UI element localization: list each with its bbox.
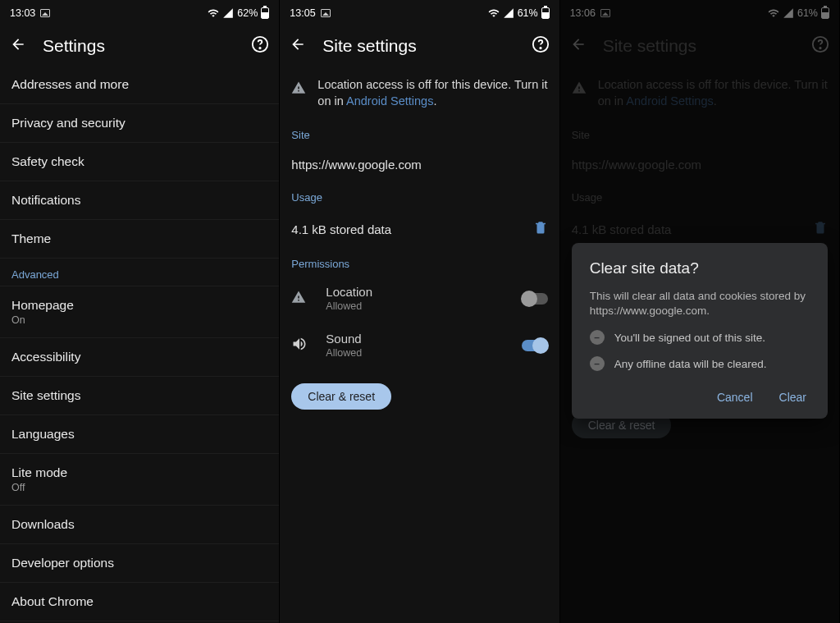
signal-icon — [503, 7, 514, 19]
battery-percent: 61% — [518, 7, 538, 19]
advanced-header: Advanced — [0, 259, 279, 286]
bullet-icon — [590, 356, 605, 371]
battery-icon — [261, 7, 269, 19]
warning-icon — [291, 290, 306, 305]
status-time: 13:05 — [290, 7, 315, 19]
row-label: Accessibility — [11, 350, 267, 364]
stored-data-text: 4.1 kB stored data — [291, 222, 391, 236]
row-label: Site settings — [11, 388, 267, 403]
signal-icon — [222, 7, 234, 19]
row-label: Privacy and security — [11, 116, 267, 131]
battery-percent: 62% — [237, 7, 258, 19]
help-button[interactable] — [251, 35, 269, 57]
picture-icon — [321, 9, 331, 17]
dialog-item-offline: Any offline data will be cleared. — [590, 356, 810, 371]
picture-icon — [40, 9, 50, 17]
back-button[interactable] — [290, 36, 306, 56]
row-label: Homepage — [11, 298, 267, 313]
dialog-item-text: You'll be signed out of this site. — [614, 332, 765, 344]
settings-row-site-settings[interactable]: Site settings — [0, 377, 279, 415]
permission-location-row: Location Allowed — [280, 275, 559, 322]
settings-row-notifications[interactable]: Notifications — [0, 181, 279, 220]
settings-row-privacy[interactable]: Privacy and security — [0, 104, 279, 143]
dialog-item-text: Any offline data will be cleared. — [614, 358, 767, 370]
screen-settings: 13:03 62% Settings Addresses and more Pr… — [0, 0, 280, 623]
permission-status: Allowed — [326, 347, 521, 359]
usage-header: Usage — [280, 183, 559, 208]
permission-sound-row: Sound Allowed — [280, 322, 559, 369]
delete-data-button[interactable] — [533, 220, 548, 238]
back-button[interactable] — [10, 36, 26, 56]
dialog-item-signout: You'll be signed out of this site. — [590, 330, 810, 345]
clear-site-data-dialog: Clear site data? This will clear all dat… — [572, 243, 828, 419]
help-icon — [251, 35, 269, 53]
bullet-icon — [590, 330, 605, 345]
page-title: Site settings — [322, 36, 531, 56]
settings-row-languages[interactable]: Languages — [0, 415, 279, 454]
settings-row-lite-mode[interactable]: Lite mode Off — [0, 454, 279, 506]
settings-row-downloads[interactable]: Downloads — [0, 506, 279, 544]
screen-clear-dialog: 13:06 61% Site settings Location access … — [560, 0, 840, 623]
row-label: About Chrome — [11, 594, 267, 609]
settings-row-homepage[interactable]: Homepage On — [0, 286, 279, 338]
row-label: Developer options — [11, 556, 267, 570]
trash-icon — [533, 220, 548, 235]
arrow-back-icon — [10, 36, 26, 53]
settings-row-developer-options[interactable]: Developer options — [0, 544, 279, 583]
permission-status: Allowed — [326, 300, 521, 312]
row-label: Notifications — [11, 193, 267, 208]
permission-name: Location — [326, 285, 521, 299]
battery-icon — [541, 7, 550, 19]
settings-row-accessibility[interactable]: Accessibility — [0, 338, 279, 377]
settings-row-safety-check[interactable]: Safety check — [0, 143, 279, 181]
status-bar: 13:05 61% — [280, 0, 559, 26]
row-sublabel: Off — [11, 482, 267, 493]
clear-reset-button[interactable]: Clear & reset — [291, 383, 391, 410]
permission-name: Sound — [326, 332, 521, 346]
wifi-icon — [208, 7, 219, 19]
sound-icon — [291, 336, 308, 352]
app-bar: Settings — [0, 26, 279, 66]
row-sublabel: On — [11, 314, 267, 326]
settings-row-about-chrome[interactable]: About Chrome — [0, 583, 279, 621]
status-bar: 13:03 62% — [0, 0, 279, 26]
row-label: Downloads — [11, 517, 267, 532]
warning-icon — [291, 80, 306, 95]
settings-row-theme[interactable]: Theme — [0, 220, 279, 259]
permissions-header: Permissions — [280, 250, 559, 275]
row-label: Safety check — [11, 154, 267, 169]
dialog-title: Clear site data? — [590, 259, 810, 277]
site-url: https://www.google.com — [280, 146, 559, 183]
notice-text: Location access is off for this device. … — [317, 77, 547, 109]
sound-toggle[interactable] — [522, 340, 548, 351]
help-button[interactable] — [532, 35, 550, 57]
row-label: Languages — [11, 427, 267, 442]
app-bar: Site settings — [280, 26, 559, 66]
site-header: Site — [280, 121, 559, 146]
help-icon — [532, 35, 550, 53]
screen-site-settings: 13:05 61% Site settings Location access … — [280, 0, 559, 623]
page-title: Settings — [43, 36, 251, 56]
usage-row: 4.1 kB stored data — [280, 208, 559, 250]
android-settings-link[interactable]: Android Settings — [346, 94, 433, 108]
location-notice: Location access is off for this device. … — [280, 66, 559, 121]
dialog-body: This will clear all data and cookies sto… — [590, 289, 810, 318]
arrow-back-icon — [290, 36, 306, 53]
row-label: Lite mode — [11, 465, 267, 480]
svg-point-1 — [260, 48, 261, 48]
settings-row-addresses[interactable]: Addresses and more — [0, 66, 279, 104]
cancel-button[interactable]: Cancel — [714, 386, 756, 409]
location-toggle[interactable] — [522, 293, 548, 305]
row-label: Theme — [11, 231, 267, 246]
clear-button[interactable]: Clear — [776, 386, 810, 409]
row-label: Addresses and more — [11, 77, 267, 92]
status-time: 13:03 — [10, 7, 35, 19]
wifi-icon — [488, 7, 500, 19]
svg-point-3 — [540, 48, 541, 48]
